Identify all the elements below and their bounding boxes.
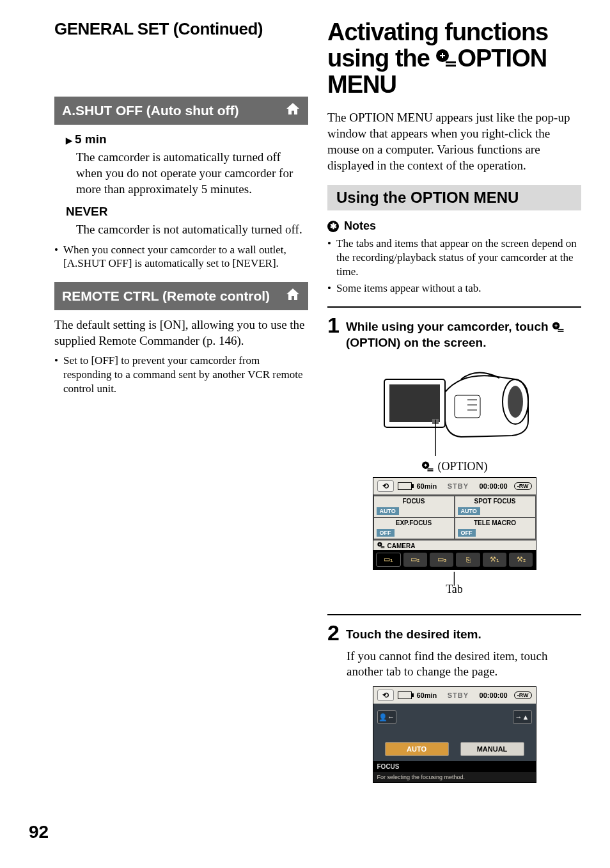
- svg-rect-28: [380, 546, 384, 547]
- lcd-tab: ▭₃: [430, 553, 453, 567]
- camcorder-illustration: [371, 360, 538, 456]
- step-number: 1: [327, 314, 340, 351]
- lcd-tabs: ▭₁ ▭₂ ▭₃ ⎘ ⚒︎₁ ⚒︎₂: [373, 550, 536, 569]
- lcd-cell-value: AUTO: [377, 507, 399, 515]
- lcd-cell-focus: FOCUS AUTO: [373, 496, 455, 517]
- note-item: Some items appear without a tab.: [327, 281, 581, 296]
- section-title: GENERAL SET (Continued): [54, 19, 308, 39]
- intro-text: The OPTION MENU appears just like the po…: [327, 109, 581, 173]
- page-number: 92: [29, 822, 49, 842]
- option-5min-heading: ▶5 min: [66, 132, 308, 146]
- svg-rect-3: [446, 61, 456, 63]
- battery-icon: [398, 482, 412, 490]
- divider: [327, 614, 581, 615]
- lcd-time: 60min: [417, 691, 437, 699]
- home-icon: [285, 100, 301, 121]
- back-icon: ⟲: [377, 690, 394, 701]
- lcd-screenshot-2: ⟲ 60min STBY 00:00:00 -RW 👤← →▲ AUTO MAN…: [373, 686, 536, 783]
- lcd-cell-value: OFF: [377, 529, 395, 537]
- lcd-cell-spotfocus: SPOT FOCUS AUTO: [455, 496, 536, 517]
- svg-rect-8: [558, 329, 563, 331]
- svg-point-14: [508, 386, 523, 418]
- back-icon: ⟲: [377, 480, 394, 492]
- notes-label-text: Notes: [344, 219, 376, 233]
- option-never-label: NEVER: [66, 205, 107, 218]
- note-item: The tabs and items that appear on the sc…: [327, 237, 581, 278]
- svg-rect-11: [389, 384, 440, 422]
- lcd-screenshot-1: ⟲ 60min STBY 00:00:00 -RW FOCUS AUTO SPO…: [373, 477, 536, 570]
- page-title: Activating functions using the OPTION ME…: [327, 19, 581, 98]
- lcd-cell-value: AUTO: [458, 507, 480, 515]
- notes-icon: ✱: [327, 221, 339, 232]
- option-never-desc: The camcorder is not automatically turne…: [76, 221, 308, 237]
- svg-rect-15: [455, 395, 480, 418]
- svg-rect-27: [379, 543, 380, 545]
- lcd-tab: ⚒︎₁: [483, 553, 506, 567]
- svg-rect-24: [427, 470, 433, 471]
- option-menu-icon: [435, 49, 457, 68]
- lcd-cell-telemacro: TELE MACRO OFF: [455, 517, 536, 539]
- lcd-topbar: ⟲ 60min STBY 00:00:00 -RW: [373, 687, 536, 704]
- lcd-topbar: ⟲ 60min STBY 00:00:00 -RW: [373, 478, 536, 494]
- notes-heading: ✱ Notes: [327, 219, 581, 233]
- svg-rect-22: [425, 464, 426, 467]
- step1-text-b: (OPTION) on the screen.: [346, 336, 487, 349]
- svg-rect-29: [380, 548, 384, 548]
- option-caption: (OPTION): [327, 460, 581, 473]
- lcd-tab: ▭₂: [403, 553, 427, 567]
- divider: [327, 306, 581, 308]
- lcd-stby: STBY: [441, 482, 475, 490]
- default-marker-icon: ▶: [66, 136, 72, 145]
- feature-bar-ashutoff: A.SHUT OFF (Auto shut off): [54, 97, 308, 125]
- lcd-left-btn: 👤←: [377, 710, 396, 724]
- lcd-time: 60min: [417, 482, 437, 490]
- lcd-manual-btn: MANUAL: [460, 742, 524, 756]
- option-caption-text: (OPTION): [438, 460, 488, 473]
- lcd-auto-btn: AUTO: [385, 742, 449, 756]
- lcd-timecode: 00:00:00: [480, 482, 508, 490]
- lcd-tab: ⚒︎₂: [509, 553, 533, 567]
- svg-rect-4: [446, 65, 456, 67]
- step-number: 2: [327, 622, 340, 643]
- option-menu-icon: [377, 542, 385, 550]
- step-1: 1 While using your camcorder, touch (OPT…: [327, 314, 581, 351]
- lcd-focus-label: FOCUS: [373, 761, 536, 772]
- lcd-cell-value: OFF: [458, 529, 476, 537]
- ashutoff-note: When you connect your camcorder to a wal…: [54, 243, 308, 271]
- lcd-category-label: CAMERA: [387, 542, 416, 549]
- lcd-cell-label: TELE MACRO: [458, 519, 533, 526]
- step-text: While using your camcorder, touch (OPTIO…: [346, 314, 581, 351]
- step-2-body: If you cannot find the desired item, tou…: [347, 649, 581, 680]
- lcd-media: -RW: [514, 691, 532, 699]
- home-icon: [285, 286, 301, 306]
- lcd-media: -RW: [514, 482, 532, 490]
- lcd-cell-expfocus: EXP.FOCUS OFF: [373, 517, 455, 539]
- option-menu-icon: [552, 320, 565, 333]
- lcd-hint: For selecting the focusing method.: [373, 772, 536, 782]
- lcd-timecode: 00:00:00: [480, 691, 508, 699]
- subheading: Using the OPTION MENU: [327, 185, 581, 210]
- remotectrl-desc: The default setting is [ON], allowing yo…: [54, 317, 308, 349]
- feature-title: REMOTE CTRL (Remote control): [62, 288, 270, 304]
- option-5min-label: 5 min: [75, 132, 107, 146]
- feature-bar-remotectrl: REMOTE CTRL (Remote control): [54, 282, 308, 310]
- lcd-cell-label: EXP.FOCUS: [377, 519, 451, 526]
- lcd-right-btn: →▲: [513, 710, 532, 724]
- battery-icon: [398, 691, 412, 699]
- feature-title: A.SHUT OFF (Auto shut off): [62, 103, 239, 118]
- lcd-cell-label: SPOT FOCUS: [458, 498, 533, 505]
- tab-caption: Tab: [327, 583, 581, 596]
- step-2: 2 Touch the desired item.: [327, 622, 581, 643]
- option-5min-desc: The camcorder is automatically turned of…: [76, 149, 308, 197]
- remotectrl-note: Set to [OFF] to prevent your camcorder f…: [54, 354, 308, 395]
- svg-rect-9: [558, 331, 563, 333]
- lcd-cell-label: FOCUS: [377, 498, 451, 505]
- lcd-stby: STBY: [441, 691, 475, 699]
- svg-rect-23: [427, 468, 433, 470]
- option-menu-icon: [421, 460, 434, 473]
- svg-rect-2: [442, 53, 443, 58]
- step1-text-a: While using your camcorder, touch: [346, 320, 552, 333]
- option-never-heading: NEVER: [66, 205, 308, 219]
- svg-rect-7: [556, 324, 556, 327]
- lcd-category: CAMERA: [373, 539, 536, 550]
